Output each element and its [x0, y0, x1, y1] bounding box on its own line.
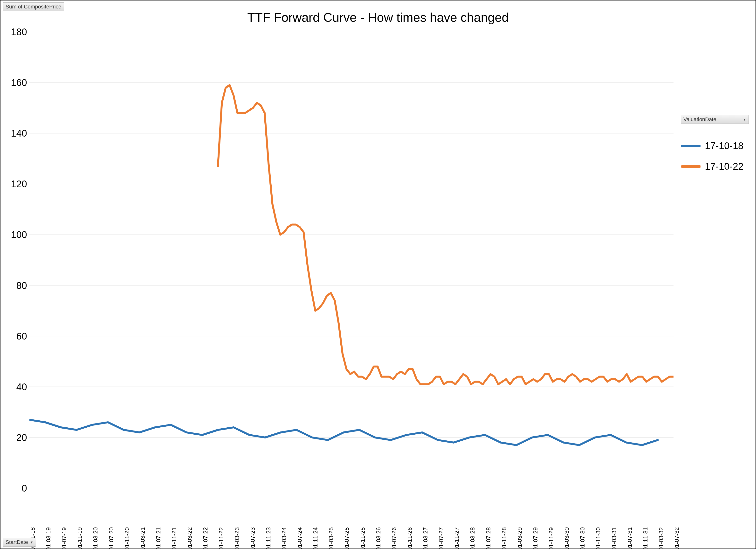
x-tick-label: 01-07-20 — [108, 527, 115, 549]
x-tick-label: 01-07-24 — [296, 527, 303, 549]
legend: 17-10-18 17-10-22 — [681, 131, 749, 181]
x-tick-label: 01-11-24 — [312, 527, 319, 549]
x-tick-label: 01-11-23 — [265, 527, 272, 549]
x-tick-label: 01-07-26 — [391, 527, 398, 549]
chevron-down-icon: ▼ — [30, 540, 33, 544]
legend-label-2: 17-10-22 — [705, 161, 743, 172]
legend-item-1[interactable]: 17-10-18 — [681, 140, 749, 151]
chart-title: TTF Forward Curve - How times have chang… — [0, 10, 756, 25]
x-tick-label: 01-07-19 — [61, 527, 68, 549]
x-tick-label: 01-07-22 — [202, 527, 209, 549]
x-tick-label: 01-11-27 — [454, 527, 460, 549]
y-tick-label: 40 — [16, 381, 27, 392]
x-tick-label: 01-11-28 — [501, 527, 508, 549]
pivot-y-field-button[interactable]: Sum of CompositePrice — [3, 2, 64, 11]
plot-area — [29, 32, 674, 488]
x-tick-label: 01-11-22 — [218, 527, 225, 549]
y-tick-label: 120 — [11, 178, 27, 189]
x-tick-label: 01-03-19 — [45, 527, 52, 549]
legend-swatch-1 — [681, 145, 701, 147]
plot-svg — [29, 32, 674, 488]
x-tick-label: 01-03-24 — [281, 527, 288, 549]
y-axis-ticks: 020406080100120140160180 — [8, 32, 27, 488]
x-tick-label: 01-11-31 — [642, 527, 649, 549]
x-tick-label: 01-03-29 — [516, 527, 523, 549]
pivot-x-field-button[interactable]: StartDate ▼ — [3, 538, 36, 547]
y-tick-label: 20 — [16, 432, 27, 443]
chart-frame: Sum of CompositePrice TTF Forward Curve … — [0, 0, 756, 549]
series-line-17-10-18 — [29, 420, 658, 445]
x-tick-label: 01-07-31 — [626, 527, 633, 549]
x-tick-label: 01-03-23 — [234, 527, 241, 549]
x-tick-label: 01-03-26 — [375, 527, 382, 549]
x-tick-label: 01-11-20 — [124, 527, 131, 549]
legend-swatch-2 — [681, 165, 701, 168]
x-tick-label: 01-11-19 — [76, 527, 83, 549]
x-tick-label: 01-07-32 — [674, 527, 680, 549]
x-tick-label: 01-07-23 — [249, 527, 256, 549]
x-tick-label: 01-11-26 — [406, 527, 413, 549]
pivot-x-field-label: StartDate — [6, 539, 28, 545]
chevron-down-icon: ▼ — [743, 117, 746, 121]
x-tick-label: 01-07-21 — [155, 527, 162, 549]
x-tick-label: 01-11-30 — [595, 527, 602, 549]
x-tick-label: 01-03-30 — [564, 527, 570, 549]
x-tick-label: 01-03-21 — [139, 527, 146, 549]
x-tick-label: 01-07-29 — [532, 527, 539, 549]
pivot-y-field-label: Sum of CompositePrice — [6, 4, 61, 10]
x-tick-label: 01-07-27 — [438, 527, 445, 549]
y-tick-label: 0 — [22, 483, 27, 494]
x-axis-ticks: 01-11-1801-03-1901-07-1901-11-1901-03-20… — [29, 491, 674, 534]
x-tick-label: 01-03-32 — [658, 527, 665, 549]
x-tick-label: 01-03-28 — [469, 527, 476, 549]
pivot-legend-field-button[interactable]: ValuationDate ▼ — [681, 115, 749, 124]
y-tick-label: 140 — [11, 128, 27, 139]
x-tick-label: 01-11-25 — [359, 527, 366, 549]
x-tick-label: 01-07-28 — [485, 527, 492, 549]
x-tick-label: 01-03-20 — [92, 527, 99, 549]
x-tick-label: 01-03-25 — [328, 527, 335, 549]
x-tick-label: 01-11-21 — [171, 527, 178, 549]
x-tick-label: 01-07-25 — [344, 527, 350, 549]
x-tick-label: 01-03-22 — [186, 527, 193, 549]
x-tick-label: 01-03-27 — [422, 527, 429, 549]
x-tick-label: 01-11-29 — [548, 527, 555, 549]
y-tick-label: 160 — [11, 77, 27, 88]
legend-label-1: 17-10-18 — [705, 140, 743, 151]
pivot-legend-field-label: ValuationDate — [683, 116, 716, 123]
y-tick-label: 180 — [11, 27, 27, 37]
y-tick-label: 80 — [16, 280, 27, 291]
legend-item-2[interactable]: 17-10-22 — [681, 161, 749, 172]
x-tick-label: 01-07-30 — [579, 527, 586, 549]
y-tick-label: 60 — [16, 331, 27, 342]
y-tick-label: 100 — [11, 229, 27, 240]
x-tick-label: 01-03-31 — [611, 527, 618, 549]
